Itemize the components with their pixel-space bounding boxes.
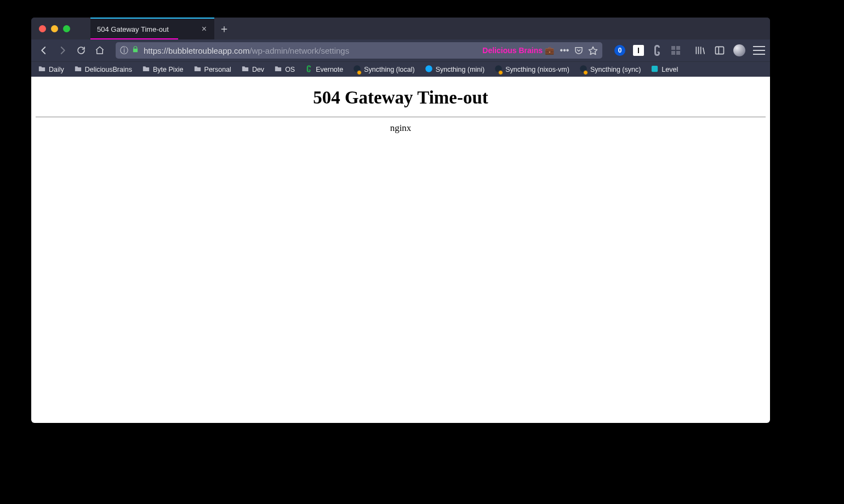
navigation-toolbar: ⓘ https://bubbletroubleapp.com/wp-admin/… xyxy=(31,39,770,61)
bookmark-label: Syncthing (nixos-vm) xyxy=(505,66,569,73)
window-close-button[interactable] xyxy=(39,25,46,32)
site-info-icon[interactable]: ⓘ xyxy=(120,45,128,56)
bookmark-item[interactable]: Personal xyxy=(191,64,233,76)
bookmark-item[interactable]: OS xyxy=(272,64,297,76)
bookmark-label: Syncthing (local) xyxy=(364,66,414,73)
window-maximize-button[interactable] xyxy=(63,25,70,32)
back-button[interactable] xyxy=(36,42,52,59)
bookmark-label: DeliciousBrains xyxy=(85,66,132,73)
home-button[interactable] xyxy=(92,42,108,59)
bookmark-item[interactable]: Daily xyxy=(36,64,66,76)
bookmark-label: Byte Pixie xyxy=(153,66,184,73)
url-badge-label: Delicious Brains xyxy=(482,46,543,55)
folder-icon xyxy=(142,65,150,75)
window-controls xyxy=(31,18,90,39)
url-text: https://bubbletroubleapp.com/wp-admin/ne… xyxy=(144,46,478,55)
bookmark-label: Personal xyxy=(204,66,231,73)
svg-marker-0 xyxy=(589,47,597,54)
tab-close-button[interactable]: × xyxy=(199,24,209,35)
new-tab-button[interactable]: ＋ xyxy=(214,18,234,39)
sidebar-icon[interactable] xyxy=(713,44,726,57)
svg-point-3 xyxy=(353,65,361,72)
app-menu-button[interactable] xyxy=(752,44,766,57)
bookmark-star-icon[interactable] xyxy=(588,45,598,55)
svg-rect-1 xyxy=(716,47,724,54)
page-actions-menu-icon[interactable]: ••• xyxy=(560,45,569,55)
profile-avatar[interactable] xyxy=(733,44,746,57)
bookmark-item[interactable]: Byte Pixie xyxy=(140,64,186,76)
browser-tab[interactable]: 504 Gateway Time-out × xyxy=(90,18,214,39)
evernote-icon xyxy=(305,65,313,75)
pocket-icon[interactable] xyxy=(574,45,584,55)
syncthing-icon xyxy=(494,65,503,75)
bookmark-item[interactable]: Syncthing (local) xyxy=(351,64,417,76)
syncthing-icon xyxy=(425,65,433,75)
error-title: 504 Gateway Time-out xyxy=(31,88,770,108)
toolbar-right xyxy=(685,44,766,57)
tab-strip: 504 Gateway Time-out × ＋ xyxy=(31,18,770,39)
extension-instapaper-icon[interactable]: I xyxy=(632,44,645,57)
url-host: https://bubbletroubleapp.com xyxy=(144,46,249,55)
bookmark-item[interactable]: Evernote xyxy=(303,64,345,76)
folder-icon xyxy=(241,65,249,75)
syncthing-icon xyxy=(579,65,588,75)
extension-1password-icon[interactable]: 0 xyxy=(613,44,626,57)
folder-icon xyxy=(274,65,282,75)
bookmark-label: Evernote xyxy=(316,66,343,73)
bookmark-item[interactable]: DeliciousBrains xyxy=(72,64,134,76)
bookmark-label: Daily xyxy=(49,66,64,73)
bookmark-item[interactable]: Syncthing (sync) xyxy=(577,64,643,76)
reload-button[interactable] xyxy=(73,42,89,59)
tab-title: 504 Gateway Time-out xyxy=(97,25,199,33)
address-bar[interactable]: ⓘ https://bubbletroubleapp.com/wp-admin/… xyxy=(116,42,602,59)
library-icon[interactable] xyxy=(693,44,706,57)
error-server: nginx xyxy=(31,123,770,134)
forward-button[interactable] xyxy=(54,42,71,59)
extension-evernote-icon[interactable] xyxy=(651,44,664,57)
bookmark-item[interactable]: Dev xyxy=(239,64,266,76)
bookmark-label: Syncthing (sync) xyxy=(590,66,641,73)
folder-icon xyxy=(74,65,82,75)
page-actions: ••• xyxy=(560,45,598,55)
svg-rect-7 xyxy=(652,65,658,71)
svg-point-4 xyxy=(425,65,432,72)
svg-point-5 xyxy=(495,65,503,72)
syncthing-icon xyxy=(353,65,361,75)
bookmarks-bar: DailyDeliciousBrainsByte PixiePersonalDe… xyxy=(31,61,770,77)
level-icon xyxy=(651,65,659,75)
extension-grid-icon[interactable] xyxy=(669,44,682,57)
url-bookmark-badge[interactable]: Delicious Brains 💼 xyxy=(478,46,554,55)
bookmark-label: OS xyxy=(285,66,295,73)
folder-icon xyxy=(38,65,46,75)
bookmark-item[interactable]: Level xyxy=(648,64,680,76)
briefcase-icon: 💼 xyxy=(545,46,554,55)
folder-icon xyxy=(193,65,202,75)
bookmark-label: Level xyxy=(661,66,678,73)
page-content: 504 Gateway Time-out nginx xyxy=(31,77,770,423)
url-path: /wp-admin/network/settings xyxy=(249,46,349,55)
bookmark-label: Dev xyxy=(252,66,264,73)
lock-icon xyxy=(132,45,139,55)
bookmark-label: Syncthing (mini) xyxy=(436,66,485,73)
svg-point-6 xyxy=(580,65,587,72)
bookmark-item[interactable]: Syncthing (mini) xyxy=(423,64,487,76)
bookmark-item[interactable]: Syncthing (nixos-vm) xyxy=(492,64,572,76)
browser-window: 504 Gateway Time-out × ＋ ⓘ https://bubbl… xyxy=(31,18,770,423)
divider xyxy=(36,117,766,117)
window-minimize-button[interactable] xyxy=(51,25,58,32)
extensions-area: 0 I xyxy=(613,44,682,57)
